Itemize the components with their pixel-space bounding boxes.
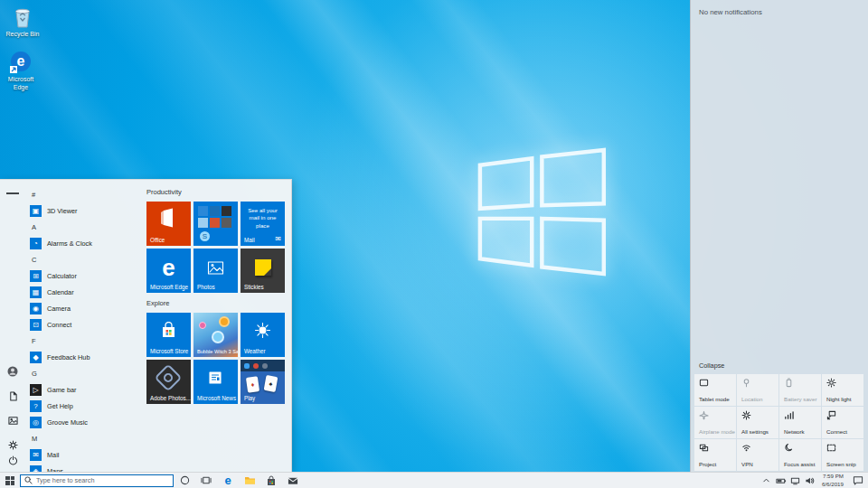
tile-microsoft-store[interactable]: Microsoft Store (146, 313, 191, 357)
app-list-header[interactable]: A (25, 219, 143, 235)
app-list-header[interactable]: # (25, 186, 143, 202)
quick-action-battery-saver[interactable]: Battery saver (779, 374, 821, 406)
tile-weather[interactable]: Weather (241, 313, 285, 357)
user-avatar-icon[interactable] (6, 365, 19, 378)
start-button[interactable] (0, 473, 20, 488)
action-center-panel: No new notifications Collapse Tablet mod… (690, 0, 868, 472)
app-list-item-connect[interactable]: ⊡Connect (25, 316, 143, 333)
camera-icon: ◉ (30, 303, 42, 314)
settings-icon[interactable] (6, 438, 19, 451)
tray-network-button[interactable] (788, 473, 803, 488)
connect-icon (826, 410, 836, 420)
quick-action-all-settings[interactable]: All settings (737, 407, 778, 438)
microsoft-store-button[interactable] (260, 473, 282, 488)
tile-adobe-photoshop-express[interactable]: Adobe Photos... (146, 360, 191, 404)
network-icon (790, 476, 800, 485)
calculator-icon: ⊞ (30, 270, 42, 282)
file-explorer-button[interactable] (239, 473, 260, 488)
quick-action-tablet-mode[interactable]: Tablet mode (694, 374, 736, 406)
action-center-button[interactable] (848, 473, 868, 488)
screen-snip-icon (826, 443, 836, 453)
app-list-item-calculator[interactable]: ⊞Calculator (25, 267, 143, 284)
network-signal-icon (784, 410, 794, 420)
tile-photos[interactable]: Photos (193, 249, 238, 293)
battery-icon (776, 476, 787, 485)
search-icon (24, 476, 33, 484)
app-list-item-get-help[interactable]: ?Get Help (25, 398, 143, 414)
quick-actions-grid: Tablet mode Location Battery saver Night… (694, 374, 865, 471)
app-list-header[interactable]: C (25, 251, 143, 267)
quick-action-screen-snip[interactable]: Screen snip (822, 439, 863, 471)
tile-microsoft-news[interactable]: Microsoft News (193, 360, 238, 404)
start-menu: # ▣3D Viewer A ◔Alarms & Clock C ⊞Calcul… (0, 179, 292, 472)
quick-action-airplane-mode[interactable]: Airplane mode (694, 407, 736, 438)
quick-action-night-light[interactable]: Night light (822, 374, 863, 406)
app-list-item-maps[interactable]: ◈Maps (25, 463, 143, 472)
stickies-icon (255, 259, 271, 276)
edge-icon: e (224, 474, 231, 486)
mail-envelope-icon (288, 476, 298, 485)
collapse-button[interactable]: Collapse (699, 361, 724, 370)
app-list-header[interactable]: M (25, 430, 143, 446)
tray-volume-button[interactable] (803, 473, 817, 488)
app-list-item-feedback-hub[interactable]: ◆Feedback Hub (25, 349, 143, 365)
documents-icon[interactable] (6, 389, 19, 402)
start-menu-rail (0, 180, 25, 472)
app-list-item-groove-music[interactable]: ◎Groove Music (25, 414, 143, 430)
expand-menu-icon[interactable] (6, 187, 19, 200)
app-list-item-mail[interactable]: ✉Mail (25, 446, 143, 463)
tile-office-folder[interactable]: S (193, 202, 238, 246)
tile-play[interactable]: ♦ ♠ Play (241, 360, 285, 404)
task-view-icon (201, 475, 212, 485)
app-list-item-game-bar[interactable]: ▷Game bar (25, 381, 143, 398)
tray-chevron-button[interactable] (760, 473, 774, 488)
action-center-icon (853, 475, 863, 485)
quick-action-focus-assist[interactable]: Focus assist (779, 439, 821, 471)
maps-icon: ◈ (30, 465, 42, 473)
app-list-item-3d-viewer[interactable]: ▣3D Viewer (25, 202, 143, 219)
tile-bubble-witch[interactable]: Bubble Witch 3 Saga (193, 313, 238, 357)
app-list-header[interactable]: G (25, 365, 143, 381)
windows-logo-wallpaper (457, 128, 624, 296)
tile-stickies[interactable]: Stickies (241, 249, 285, 293)
mail-icon: ✉ (30, 449, 42, 461)
connect-icon: ⊡ (30, 319, 42, 331)
taskbar-search[interactable] (20, 474, 174, 487)
calendar-icon: ▦ (30, 286, 42, 298)
task-view-button[interactable] (195, 473, 217, 488)
app-list-item-camera[interactable]: ◉Camera (25, 300, 143, 316)
search-input[interactable] (36, 476, 169, 484)
weather-sun-icon (254, 322, 271, 339)
quick-action-connect[interactable]: Connect (822, 407, 863, 438)
tile-group-title: Productivity (146, 188, 182, 196)
tile-mail[interactable]: See all your mail in one place Mail ✉ (241, 202, 285, 246)
bubble-art (212, 331, 224, 343)
pictures-icon[interactable] (6, 414, 19, 427)
night-light-icon (826, 378, 836, 388)
tile-microsoft-edge[interactable]: e Microsoft Edge (146, 249, 191, 293)
taskbar-edge-button[interactable]: e (217, 473, 239, 488)
power-icon[interactable] (6, 454, 19, 466)
app-list-item-alarms-clock[interactable]: ◔Alarms & Clock (25, 235, 143, 251)
notification-status: No new notifications (699, 8, 762, 16)
tablet-mode-icon (699, 378, 709, 388)
news-icon (208, 370, 224, 386)
windows-logo-icon (5, 476, 14, 485)
desktop-icon-recycle-bin[interactable]: Recycle Bin (2, 5, 43, 39)
play-tile-strip (241, 360, 285, 371)
desktop-icon-microsoft-edge[interactable]: e Microsoft Edge (0, 51, 42, 92)
cortana-button[interactable] (174, 473, 195, 488)
mail-button[interactable] (282, 473, 304, 488)
quick-action-project[interactable]: Project (694, 439, 736, 471)
quick-action-network[interactable]: Network (779, 407, 821, 438)
store-icon (266, 475, 277, 486)
app-list-header[interactable]: F (25, 333, 143, 349)
app-list-item-calendar[interactable]: ▦Calendar (25, 284, 143, 300)
get-help-icon: ? (30, 400, 42, 412)
tray-clock[interactable]: 7:59 PM 6/6/2019 (822, 473, 844, 487)
tray-battery-button[interactable] (774, 473, 788, 488)
project-icon (699, 443, 709, 453)
tile-office[interactable]: Office (146, 202, 191, 246)
quick-action-location[interactable]: Location (737, 374, 778, 406)
quick-action-vpn[interactable]: VPN (737, 439, 778, 471)
